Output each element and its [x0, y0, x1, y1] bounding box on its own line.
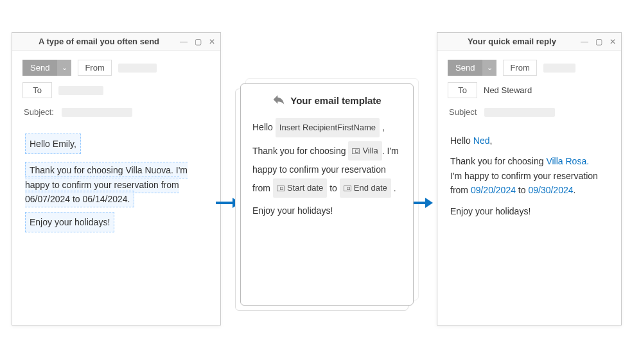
template-text: Enjoy your holidays!: [252, 202, 401, 220]
body-text: Hello: [450, 135, 473, 146]
to-button[interactable]: To: [22, 82, 52, 98]
window-controls: — ▢ ✕: [580, 37, 617, 46]
window-controls: — ▢ ✕: [179, 37, 216, 46]
template-title: Your email template: [290, 95, 381, 106]
merged-recipient-name: Ned: [473, 135, 490, 146]
placeholder-start-date[interactable]: Start date: [273, 178, 327, 198]
body-text: Thank you for choosing: [450, 156, 546, 166]
merged-start-date: 09/20/2024: [471, 185, 516, 195]
template-text: ,: [382, 122, 385, 132]
selected-text-line2: Thank you for choosing Villa Nuova. I'm …: [25, 162, 188, 207]
template-text: Hello: [252, 122, 273, 132]
placeholder-villa[interactable]: Villa: [348, 141, 382, 160]
reply-icon: [272, 93, 285, 108]
template-card: Your email template Hello Insert Recipie…: [240, 83, 414, 306]
body-text: to: [516, 185, 528, 195]
close-icon[interactable]: ✕: [207, 37, 216, 46]
email-body[interactable]: Hello Emily, Thank you for choosing Vill…: [22, 130, 210, 240]
window-title: Your quick email reply: [444, 37, 580, 46]
to-value-placeholder: [58, 86, 103, 95]
template-text: Thank you for choosing: [252, 146, 346, 156]
source-email-window: A type of email you often send — ▢ ✕ Sen…: [12, 32, 221, 325]
body-text: Enjoy your holidays!: [450, 204, 608, 218]
body-text: .: [574, 185, 576, 195]
reply-email-window: Your quick email reply — ▢ ✕ Send ⌄ From…: [437, 32, 622, 325]
send-dropdown-icon[interactable]: ⌄: [482, 60, 496, 76]
close-icon[interactable]: ✕: [608, 37, 617, 46]
minimize-icon[interactable]: —: [179, 37, 188, 46]
send-dropdown-icon[interactable]: ⌄: [57, 60, 71, 76]
send-button[interactable]: Send: [22, 60, 57, 76]
from-button[interactable]: From: [503, 60, 536, 76]
to-value: Ned Steward: [484, 85, 532, 95]
subject-label: Subject:: [22, 105, 55, 119]
maximize-icon[interactable]: ▢: [193, 37, 202, 46]
body-text: ,: [489, 135, 492, 146]
template-text: to: [329, 183, 337, 193]
to-button[interactable]: To: [448, 82, 477, 98]
titlebar: Your quick email reply — ▢ ✕: [437, 33, 621, 51]
selected-text-line3: Enjoy your holidays!: [25, 212, 114, 232]
send-button[interactable]: Send: [448, 60, 482, 76]
placeholder-recipient-name[interactable]: Insert RecipientFirstName: [276, 118, 380, 137]
from-button[interactable]: From: [78, 60, 111, 76]
template-text: from: [252, 183, 270, 193]
body-text: I'm happy to confirm your reservation: [450, 169, 608, 183]
merged-end-date: 09/30/2024: [528, 185, 573, 195]
template-body: Hello Insert RecipientFirstName , Thank …: [241, 118, 413, 220]
template-text: .: [394, 183, 396, 193]
window-title: A type of email you often send: [19, 37, 179, 46]
send-split-button[interactable]: Send ⌄: [22, 60, 71, 76]
merged-villa: Villa Rosa.: [546, 156, 589, 166]
from-value-placeholder: [543, 64, 575, 73]
titlebar: A type of email you often send — ▢ ✕: [12, 33, 220, 51]
subject-value-placeholder: [484, 108, 555, 117]
email-body[interactable]: Hello Ned, Thank you for choosing Villa …: [448, 130, 611, 222]
selected-text-line1: Hello Emily,: [25, 134, 81, 154]
body-text: from: [450, 185, 471, 195]
subject-label: Subject: [448, 105, 478, 119]
minimize-icon[interactable]: —: [580, 37, 589, 46]
template-card-stack: Your email template Hello Insert Recipie…: [240, 83, 414, 306]
send-split-button[interactable]: Send ⌄: [448, 60, 496, 76]
subject-value-placeholder: [62, 108, 132, 117]
maximize-icon[interactable]: ▢: [594, 37, 603, 46]
placeholder-end-date[interactable]: End date: [340, 178, 391, 198]
from-value-placeholder: [118, 64, 157, 73]
